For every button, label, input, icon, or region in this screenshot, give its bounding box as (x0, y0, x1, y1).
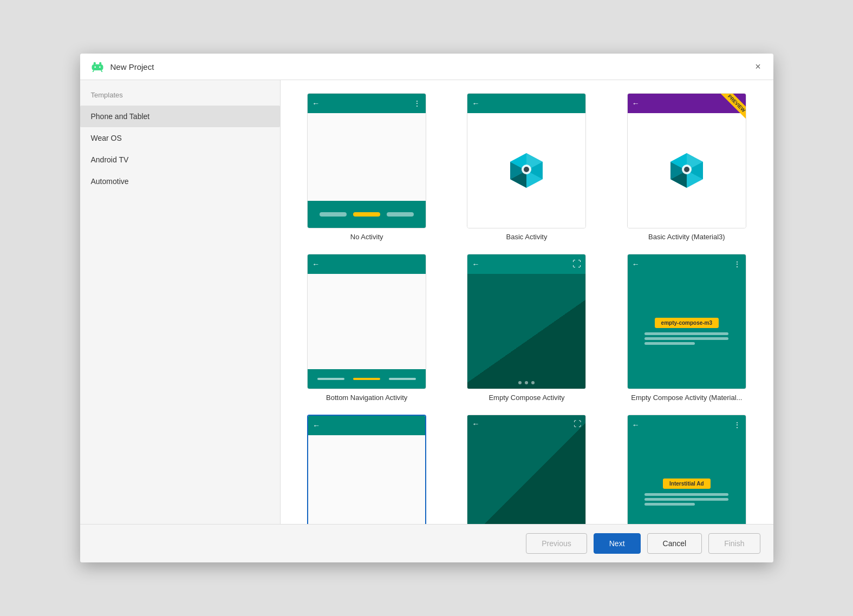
basic-activity-body (467, 113, 585, 228)
nav-pill-1 (320, 212, 347, 217)
android-logo-icon (90, 61, 105, 72)
template-content-area: ← ⋮ No Activity (281, 80, 773, 524)
svg-point-22 (684, 167, 689, 172)
compose-diagonal (467, 274, 585, 389)
empty-compose-label: Empty Compose Activity (489, 394, 564, 402)
preview-badge-text: PREVIEW (720, 94, 745, 120)
bottom-nav-label: Bottom Navigation Activity (326, 394, 407, 402)
template-item-fullscreen[interactable]: ← ⛶ Fullscreen Activity (453, 415, 600, 524)
menu-dots-icon: ⋮ (733, 260, 741, 268)
dot-2 (525, 381, 528, 384)
title-bar-left: New Project (90, 61, 154, 72)
back-arrow-icon: ← (632, 260, 640, 268)
template-item-empty-activity[interactable]: ← Empty Activity (294, 415, 440, 524)
admob-content-lines (644, 332, 728, 345)
back-arrow-icon: ← (472, 260, 479, 268)
android-3d-m3-icon (665, 149, 708, 192)
fullscreen-preview-container: ← ⛶ (467, 415, 586, 524)
no-activity-bottom-bar (308, 201, 426, 228)
menu-dots-icon: ⋮ (733, 421, 741, 429)
svg-point-14 (524, 167, 529, 172)
template-item-basic-activity-m3[interactable]: ← (613, 93, 760, 241)
bottom-nav-icon-2 (353, 378, 380, 380)
back-arrow-icon: ← (632, 99, 640, 108)
sidebar-item-automotive[interactable]: Automotive (80, 171, 280, 192)
title-bar: New Project × (80, 54, 773, 80)
bottom-nav-body (308, 274, 426, 369)
bottom-nav-icon-1 (317, 378, 344, 380)
template-item-empty-compose[interactable]: ← ⛶ Empty Compose Activity (453, 254, 600, 402)
template-item-admob[interactable]: ← ⋮ Interstitial Ad Google AdMo (613, 415, 760, 524)
template-item-basic-activity[interactable]: ← (453, 93, 600, 241)
nav-pill-3 (387, 212, 414, 217)
admob-line-3 (644, 342, 695, 345)
admob-line-2 (644, 498, 728, 501)
sidebar-item-wear-os[interactable]: Wear OS (80, 127, 280, 149)
fullscreen-expand-icon: ⛶ (574, 420, 581, 428)
previous-button[interactable]: Previous (526, 533, 587, 554)
empty-compose-m3-topbar: ← ⋮ (628, 254, 746, 274)
template-item-empty-compose-m3[interactable]: ← ⋮ empty-compose-m3 Empty Comp (613, 254, 760, 402)
back-arrow-icon: ← (312, 260, 320, 268)
svg-point-1 (99, 62, 101, 64)
svg-point-4 (99, 67, 101, 68)
cancel-button[interactable]: Cancel (647, 533, 702, 554)
back-arrow-icon: ← (312, 99, 320, 108)
main-content: Templates Phone and Tablet Wear OS Andro… (80, 80, 773, 524)
bottom-nav-bar (308, 369, 426, 389)
no-activity-topbar: ← ⋮ (308, 94, 426, 113)
fullscreen-diagonal (467, 415, 585, 524)
compose-body (467, 274, 585, 389)
finish-button[interactable]: Finish (708, 533, 760, 554)
svg-line-6 (101, 70, 102, 72)
dot-3 (531, 381, 535, 384)
new-project-dialog: New Project × Templates Phone and Tablet… (80, 54, 773, 562)
admob-lines (644, 493, 728, 506)
next-button[interactable]: Next (594, 533, 641, 554)
admob-line-2 (644, 337, 728, 340)
empty-compose-m3-label: Empty Compose Activity (Material... (631, 394, 742, 402)
interstitial-ad-badge: empty-compose-m3 (655, 318, 719, 328)
template-item-no-activity[interactable]: ← ⋮ No Activity (294, 93, 440, 241)
bottom-nav-preview: ← (307, 254, 426, 389)
admob-preview-container: ← ⋮ Interstitial Ad (627, 415, 746, 524)
empty-compose-preview: ← ⛶ (467, 254, 586, 389)
preview-badge: PREVIEW (713, 94, 746, 126)
sidebar-item-android-tv[interactable]: Android TV (80, 149, 280, 171)
dialog-title: New Project (110, 62, 154, 71)
empty-activity-preview: ← (307, 415, 426, 524)
menu-dots-icon: ⋮ (413, 99, 421, 108)
back-arrow-icon: ← (472, 99, 479, 108)
empty-activity-topbar: ← (308, 416, 425, 435)
m3-body (628, 113, 746, 228)
bottom-nav-icon-3 (389, 378, 416, 380)
basic-activity-preview: ← (467, 93, 586, 228)
close-button[interactable]: × (753, 61, 764, 72)
admob-interstitial-badge: Interstitial Ad (663, 479, 711, 489)
template-grid: ← ⋮ No Activity (294, 93, 760, 524)
svg-point-3 (94, 67, 96, 68)
admob-inner: Interstitial Ad (628, 435, 746, 524)
basic-activity-m3-label: Basic Activity (Material3) (648, 233, 725, 241)
admob-topbar: ← ⋮ (628, 415, 746, 435)
svg-rect-2 (92, 64, 103, 70)
sidebar: Templates Phone and Tablet Wear OS Andro… (80, 80, 281, 524)
bottom-bar: Previous Next Cancel Finish (80, 524, 773, 562)
empty-compose-topbar: ← ⛶ (467, 254, 585, 274)
empty-activity-body (308, 435, 425, 524)
basic-activity-m3-preview: ← (627, 93, 746, 228)
no-activity-body (308, 113, 426, 201)
sidebar-item-phone-tablet[interactable]: Phone and Tablet (80, 106, 280, 127)
android-3d-icon (505, 149, 548, 192)
template-item-bottom-nav[interactable]: ← Bottom Navigation Activity (294, 254, 440, 402)
nav-pill-2 (353, 212, 380, 217)
basic-activity-label: Basic Activity (506, 233, 548, 241)
svg-line-5 (93, 70, 94, 72)
svg-point-0 (93, 62, 95, 64)
no-activity-preview: ← ⋮ (307, 93, 426, 228)
templates-section-label: Templates (80, 91, 280, 106)
bottom-nav-topbar: ← (308, 254, 426, 274)
basic-activity-topbar: ← (467, 94, 585, 113)
admob-line-3 (644, 503, 695, 506)
admob-line-1 (644, 332, 728, 335)
